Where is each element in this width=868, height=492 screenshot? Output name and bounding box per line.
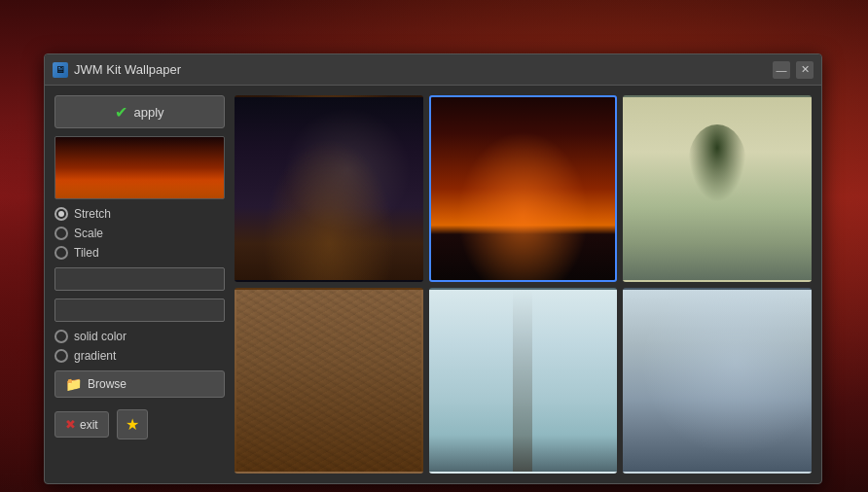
- main-window: 🖥 JWM Kit Wallpaper — ✕ ✔ apply Stretch: [44, 53, 822, 484]
- scale-radio[interactable]: [54, 227, 68, 240]
- apply-label: apply: [133, 105, 163, 120]
- app-icon: 🖥: [53, 62, 68, 78]
- content-area: ✔ apply Stretch Scale Tiled: [45, 86, 821, 483]
- tiled-option[interactable]: Tiled: [54, 246, 225, 260]
- sidebar: ✔ apply Stretch Scale Tiled: [54, 95, 225, 474]
- titlebar: 🖥 JWM Kit Wallpaper — ✕: [45, 54, 821, 86]
- checkmark-icon: ✔: [115, 103, 127, 122]
- wallpaper-item-4[interactable]: [235, 288, 423, 474]
- stretch-option[interactable]: Stretch: [54, 207, 225, 221]
- minimize-button[interactable]: —: [773, 61, 790, 79]
- wallpaper-item-5[interactable]: [429, 288, 618, 474]
- gradient-radio[interactable]: [54, 349, 68, 363]
- wallpaper-thumb-1: [236, 97, 421, 280]
- wallpaper-thumb-4: [236, 290, 421, 473]
- close-button[interactable]: ✕: [796, 61, 814, 79]
- wallpaper-thumb-3: [625, 97, 810, 280]
- scale-option[interactable]: Scale: [54, 227, 225, 240]
- star-icon: ★: [126, 416, 139, 433]
- gradient-label: gradient: [74, 349, 116, 363]
- tiled-radio[interactable]: [54, 246, 68, 260]
- titlebar-controls: — ✕: [773, 61, 814, 79]
- color-input-2[interactable]: [54, 299, 225, 322]
- exit-label: exit: [80, 418, 98, 432]
- browse-button[interactable]: 📁 Browse: [54, 370, 225, 398]
- scale-label: Scale: [74, 227, 103, 240]
- wallpaper-thumb-5: [431, 290, 616, 473]
- tiled-label: Tiled: [74, 246, 99, 260]
- wallpaper-thumb-6: [625, 290, 810, 473]
- display-mode-group: Stretch Scale Tiled: [54, 207, 225, 260]
- window-title: JWM Kit Wallpaper: [74, 62, 181, 77]
- bg-type-group: solid color gradient: [54, 330, 225, 363]
- preview-thumbnail: [54, 136, 225, 199]
- stretch-radio[interactable]: [54, 207, 68, 221]
- wallpaper-item-2[interactable]: [429, 95, 618, 282]
- star-button[interactable]: ★: [117, 409, 148, 439]
- bottom-row: ✖ exit ★: [54, 409, 225, 439]
- stretch-label: Stretch: [74, 207, 111, 221]
- exit-button[interactable]: ✖ exit: [54, 411, 109, 438]
- browse-label: Browse: [88, 377, 127, 391]
- solid-color-label: solid color: [74, 330, 127, 343]
- solid-color-radio[interactable]: [54, 330, 68, 343]
- exit-icon: ✖: [65, 417, 76, 432]
- wallpaper-item-6[interactable]: [623, 288, 812, 474]
- folder-icon: 📁: [65, 376, 82, 392]
- gradient-option[interactable]: gradient: [54, 349, 225, 363]
- wallpaper-item-1[interactable]: [235, 95, 423, 282]
- apply-button[interactable]: ✔ apply: [54, 95, 225, 128]
- titlebar-left: 🖥 JWM Kit Wallpaper: [53, 62, 181, 78]
- wallpaper-thumb-2: [431, 97, 616, 280]
- wallpaper-grid: [235, 95, 812, 474]
- wallpaper-item-3[interactable]: [623, 95, 812, 282]
- color-input-1[interactable]: [54, 267, 225, 291]
- solid-color-option[interactable]: solid color: [54, 330, 225, 343]
